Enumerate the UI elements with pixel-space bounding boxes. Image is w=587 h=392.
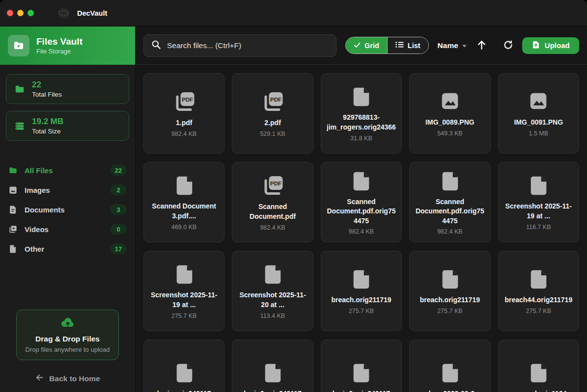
total-size-card: 19.2 MB Total Size [6,111,129,141]
file-size: 275.7 KB [349,308,374,314]
total-size-value: 19.2 MB [32,117,63,127]
upload-button[interactable]: Upload [522,37,579,54]
sidebar-item-videos[interactable]: Videos 0 [0,219,135,239]
file-card[interactable]: breach44.orig211719 275.7 KB [498,251,579,331]
back-to-home-link[interactable]: Back to Home [35,373,100,384]
file-card[interactable]: Scanned Document.pdf.orig754475 982.4 KB [321,162,402,242]
pdf-icon: PDF [261,173,284,197]
file-name: breach.orig211719 [331,295,391,305]
folder-icon [14,84,25,95]
sidebar-item-all-files[interactable]: All Files 22 [0,160,135,180]
folder-star-icon [8,35,29,56]
file-name: IMG_0091.PNG [514,118,563,128]
file-name: login2.orig249117 [244,389,302,392]
traffic-lights [7,10,34,16]
category-label: Images [25,186,103,194]
folder-icon [8,166,18,175]
file-icon [173,174,196,196]
file-icon [350,85,372,107]
file-name: breach.orig211719 [420,295,480,305]
video-icon [8,225,18,234]
file-size: 116.7 KB [526,224,551,231]
file-card[interactable]: password.orig1194... [498,340,579,392]
file-card[interactable]: login.orig249117 [143,340,224,392]
category-count-badge: 2 [110,184,127,195]
sidebar-item-other[interactable]: Other 17 [0,239,135,259]
file-card[interactable]: PDF 1.pdf 982.4 KB [143,73,224,154]
file-card[interactable]: PDF 2.pdf 529.1 KB [232,73,313,154]
dropzone-title: Drag & Drop Files [35,335,100,343]
file-name: Screenshot 2025-11-20 at ... [236,290,308,310]
category-count-badge: 0 [110,224,127,235]
grid-view-button[interactable]: Grid [346,37,387,53]
sort-direction-button[interactable] [476,39,487,52]
file-card[interactable]: orders-2023-09-2... [409,340,490,392]
file-name: Screenshot 2025-11-19 at ... [148,290,220,310]
arrow-left-icon [35,373,44,384]
svg-text:PDF: PDF [182,97,193,103]
file-card[interactable]: breach.orig211719 275.7 KB [321,251,402,331]
file-card[interactable]: IMG_0089.PNG 549.3 KB [409,73,490,154]
image-icon [8,185,18,195]
refresh-icon [503,40,513,52]
sort-label: Name [438,41,458,50]
category-label: All Files [25,166,103,175]
file-card[interactable]: Screenshot 2025-11-19 at ... 275.7 KB [143,251,224,331]
file-card[interactable]: Scanned Document.pdf.orig754475 982.4 KB [409,162,490,242]
grid-view-label: Grid [364,42,379,50]
toolbar: Grid List Name [136,26,587,65]
file-name: 2.pdf [264,118,280,128]
sidebar-header: Files Vault File Storage [0,26,135,65]
search-box[interactable] [143,34,336,57]
file-size: 1.5 MB [529,130,548,137]
search-icon [151,40,161,52]
file-card[interactable]: IMG_0091.PNG 1.5 MB [498,73,579,154]
file-card[interactable]: 929768813-jim_rogers.orig24366 31.8 KB [321,73,402,154]
file-name: login3.orig249117 [333,389,391,392]
file-size: 529.1 KB [260,131,285,137]
close-window-button[interactable] [7,10,13,16]
maximize-window-button[interactable] [28,10,34,16]
refresh-button[interactable] [503,40,513,52]
file-card[interactable]: Screenshot 2025-11-19 at ... 116.7 KB [498,162,579,242]
file-size: 275.7 KB [437,308,462,314]
search-input[interactable] [167,41,329,50]
file-size: 982.4 KB [171,131,196,137]
file-card[interactable]: PDF Scanned Document.pdf 982.4 KB [232,162,313,242]
app-title: DecVault [77,9,107,17]
category-count-badge: 3 [110,204,127,215]
titlebar: DecVault [0,0,587,26]
file-card[interactable]: Screenshot 2025-11-20 at ... 113.4 KB [232,251,313,331]
file-icon [439,267,461,290]
category-label: Documents [25,206,103,214]
sort-dropdown[interactable]: Name [438,41,467,50]
file-card[interactable]: breach.orig211719 275.7 KB [409,251,490,331]
file-name: 929768813-jim_rogers.orig24366 [325,113,397,132]
category-list: All Files 22 Images 2 Documents 3 Videos… [0,160,135,259]
file-icon [173,361,196,384]
file-icon [261,262,284,285]
minimize-window-button[interactable] [17,10,24,16]
file-name: password.orig1194... [504,389,572,392]
server-icon [14,121,25,131]
main-panel: Grid List Name [136,26,587,392]
vault-subtitle: File Storage [36,48,83,55]
sidebar-item-documents[interactable]: Documents 3 [0,200,135,219]
file-name: Scanned Document.pdf.orig754475 [325,197,397,226]
file-card[interactable]: login3.orig249117 [321,340,402,392]
file-card[interactable]: login2.orig249117 [232,340,313,392]
file-size: 549.3 KB [437,130,462,137]
sidebar-item-images[interactable]: Images 2 [0,180,135,200]
total-files-value: 22 [32,80,62,90]
check-icon [354,42,361,50]
file-name: Scanned Document.pdf.orig754475 [414,197,486,226]
list-view-button[interactable]: List [387,37,428,53]
file-icon [350,169,372,192]
sidebar: Files Vault File Storage 22 Total Files … [0,26,136,392]
drop-zone[interactable]: Drag & Drop Files Drop files anywhere to… [16,310,119,360]
total-files-label: Total Files [32,91,62,98]
file-card[interactable]: Scanned Document 3.pdf.... 469.0 KB [143,162,224,242]
svg-text:PDF: PDF [270,97,281,103]
category-count-badge: 22 [110,165,127,176]
view-toggle: Grid List [345,37,429,54]
